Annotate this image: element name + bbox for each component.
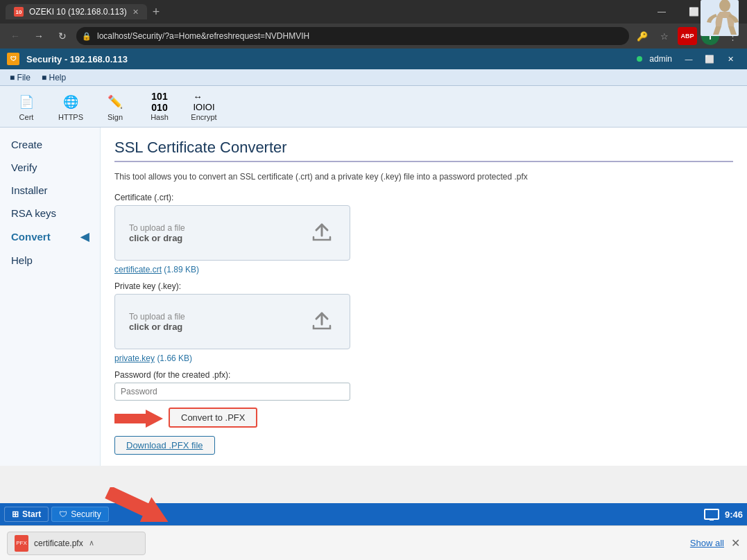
download-row: Download .PFX file — [114, 436, 733, 455]
sidebar-arrow-icon: ◀ — [80, 230, 89, 243]
app-logo — [698, 0, 740, 36]
minimize-button[interactable]: — — [646, 0, 678, 24]
browser-tab[interactable]: 10 OZEKI 10 (192.168.0.113) ✕ — [6, 4, 147, 19]
menu-file[interactable]: ■ File — [4, 71, 36, 84]
key-upload-icon — [308, 305, 336, 338]
sign-icon: ✏️ — [105, 92, 125, 112]
key-upload-text: To upload a file click or drag — [129, 312, 185, 332]
toolbar-encrypt-button[interactable]: ↔IOIOI Encrypt — [183, 89, 225, 125]
hash-icon: 101010 — [150, 92, 169, 112]
sidebar-item-convert[interactable]: Convert ◀ — [0, 225, 100, 249]
adblock-icon[interactable]: ABP — [678, 27, 697, 45]
app-close-button[interactable]: ✕ — [721, 51, 740, 67]
taskbar-clock: 9:46 — [704, 509, 743, 520]
monitor-icon — [704, 509, 719, 520]
sidebar-item-installer[interactable]: Installer — [0, 179, 100, 202]
app-toolbar: 📄 Cert 🌐 HTTPS ✏️ Sign 101010 Hash ↔IOIO… — [0, 86, 747, 128]
app-menubar: ■ File ■ Help — [0, 69, 747, 86]
key-field-label: Private key (.key): — [114, 281, 733, 291]
start-button[interactable]: ⊞ Start — [4, 507, 49, 522]
page-title: SSL Certificate Converter — [114, 139, 733, 162]
download-file-icon: PFX — [15, 535, 28, 552]
cert-upload-text: To upload a file click or drag — [129, 223, 185, 243]
key-upload-line2: click or drag — [129, 322, 185, 332]
hash-label: Hash — [151, 113, 169, 121]
show-all-button[interactable]: Show all — [690, 538, 724, 548]
arrow-to-download-bar — [104, 487, 173, 524]
https-label: HTTPS — [58, 113, 83, 121]
toolbar-cert-button[interactable]: 📄 Cert — [6, 89, 47, 125]
password-field-label: Password (for the created .pfx): — [114, 370, 733, 380]
key-icon[interactable]: 🔑 — [633, 27, 651, 45]
sidebar-item-create[interactable]: Create — [0, 133, 100, 156]
convert-row: Convert to .PFX — [114, 408, 733, 432]
status-label: admin — [649, 54, 672, 64]
svg-marker-5 — [104, 487, 173, 522]
cert-icon: 📄 — [17, 92, 36, 112]
toolbar-hash-button[interactable]: 101010 Hash — [139, 89, 180, 125]
browser-titlebar: 10 OZEKI 10 (192.168.0.113) ✕ + — ⬜ ✕ — [0, 0, 747, 24]
sidebar: Create Verify Installer RSA keys Convert… — [0, 128, 101, 466]
address-bar[interactable]: 🔒 localhost/Security/?a=Home&refreshrequ… — [76, 27, 629, 45]
convert-button[interactable]: Convert to .PFX — [169, 408, 257, 428]
arrow-to-convert — [114, 408, 163, 431]
taskbar-security-item[interactable]: 🛡 Security — [51, 507, 108, 522]
bookmark-icon[interactable]: ☆ — [655, 27, 673, 45]
cert-upload-line2: click or drag — [129, 233, 185, 243]
encrypt-label: Encrypt — [191, 113, 216, 121]
sidebar-item-verify[interactable]: Verify — [0, 156, 100, 179]
password-input[interactable] — [114, 383, 350, 401]
cert-label: Cert — [19, 113, 34, 121]
taskbar-security-icon: 🛡 — [59, 509, 67, 519]
cert-file-link[interactable]: certificate.crt — [114, 265, 162, 274]
new-tab-button[interactable]: + — [153, 5, 160, 19]
toolbar-https-button[interactable]: 🌐 HTTPS — [50, 89, 92, 125]
download-filename: certificate.pfx — [34, 539, 83, 548]
key-upload-zone[interactable]: To upload a file click or drag — [114, 294, 350, 349]
https-icon: 🌐 — [61, 92, 80, 112]
key-upload-line1: To upload a file — [129, 312, 185, 322]
key-file-link[interactable]: private.key — [114, 353, 155, 363]
app-titlebar: 🛡 Security - 192.168.0.113 admin — ⬜ ✕ — [0, 49, 747, 69]
key-file-info: private.key (1.66 KB) — [114, 353, 733, 363]
cert-upload-icon — [308, 216, 336, 250]
download-bar: PFX certificate.pfx ∧ Show all ✕ — [0, 525, 747, 560]
sidebar-item-rsakeys[interactable]: RSA keys — [0, 202, 100, 225]
svg-marker-3 — [114, 410, 163, 428]
sign-label: Sign — [108, 113, 123, 121]
cert-upload-zone[interactable]: To upload a file click or drag — [114, 205, 350, 261]
browser-tab-title: OZEKI 10 (192.168.0.113) — [29, 7, 127, 17]
app-maximize-button[interactable]: ⬜ — [700, 51, 719, 67]
url-text: localhost/Security/?a=Home&refreshreques… — [94, 31, 624, 41]
download-bar-close[interactable]: ✕ — [731, 536, 740, 550]
refresh-button[interactable]: ↻ — [53, 26, 72, 46]
main-container: Create Verify Installer RSA keys Convert… — [0, 128, 747, 466]
app-window: 🛡 Security - 192.168.0.113 admin — ⬜ ✕ ■… — [0, 49, 747, 466]
menu-help[interactable]: ■ Help — [36, 71, 71, 84]
forward-button[interactable]: → — [29, 26, 49, 46]
app-window-controls: — ⬜ ✕ — [679, 51, 740, 67]
status-dot — [637, 56, 642, 62]
back-button[interactable]: ← — [6, 26, 25, 46]
download-item: PFX certificate.pfx ∧ — [7, 532, 146, 555]
encrypt-icon: ↔IOIOI — [194, 92, 214, 112]
lock-icon: 🔒 — [82, 32, 92, 41]
cert-file-info: certificate.crt (1.89 KB) — [114, 265, 733, 274]
app-minimize-button[interactable]: — — [679, 51, 698, 67]
sidebar-item-help[interactable]: Help — [0, 249, 100, 272]
content-area: SSL Certificate Converter This tool allo… — [101, 128, 747, 466]
start-icon: ⊞ — [12, 509, 19, 519]
toolbar-sign-button[interactable]: ✏️ Sign — [94, 89, 136, 125]
tab-close-icon[interactable]: ✕ — [132, 8, 139, 17]
app-icon: 🛡 — [7, 53, 19, 65]
cert-field-label: Certificate (.crt): — [114, 193, 733, 202]
app-title: Security - 192.168.0.113 — [26, 54, 128, 64]
browser-addressbar: ← → ↻ 🔒 localhost/Security/?a=Home&refre… — [0, 24, 747, 49]
download-chevron-icon[interactable]: ∧ — [89, 539, 94, 548]
cert-upload-line1: To upload a file — [129, 223, 185, 233]
download-button[interactable]: Download .PFX file — [114, 436, 215, 455]
browser-favicon: 10 — [14, 7, 24, 17]
page-description: This tool allows you to convert an SSL c… — [114, 170, 733, 183]
